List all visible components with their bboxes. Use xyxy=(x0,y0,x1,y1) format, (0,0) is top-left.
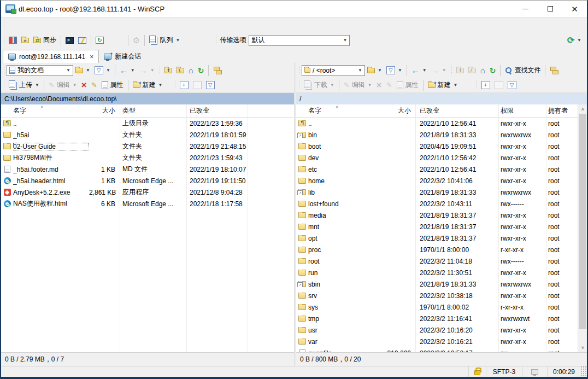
select-files-button[interactable]: ▽ xyxy=(204,79,217,91)
queue-button[interactable]: 队列▼ xyxy=(147,34,182,46)
toolbar-gripper[interactable] xyxy=(298,66,301,75)
file-row[interactable]: AnyDesk+5.2.2.exe 2,861 KB 应用程序 2021/12/… xyxy=(1,186,294,198)
file-row[interactable]: boot 2020/4/15 19:09:51 rwxr-xr-x root xyxy=(296,141,578,152)
remote-path-bar[interactable]: / xyxy=(296,92,587,104)
new-session-tab[interactable]: 新建会话 xyxy=(99,50,146,63)
file-row[interactable]: usr 2022/3/2 10:16:20 rwxr-xr-x root xyxy=(296,324,578,336)
select-button[interactable]: + xyxy=(479,79,492,91)
file-row[interactable]: tmp 2022/3/2 11:16:41 rwxrwxrwt root xyxy=(296,313,578,324)
find-files-button[interactable]: 查找文件 xyxy=(503,64,543,77)
file-row[interactable]: 02-User Guide 文件夹 2022/1/19 21:48:15 xyxy=(1,141,294,152)
toolbar-gripper[interactable] xyxy=(158,66,161,75)
local-drive-select[interactable]: 我的文档▼ xyxy=(7,65,73,76)
file-row[interactable]: .. 2022/1/10 12:56:41 rwxr-xr-x root xyxy=(296,118,578,129)
maximize-button[interactable] xyxy=(538,1,562,17)
column-header-permissions[interactable]: 权限 xyxy=(498,106,546,115)
download-button[interactable]: 下载▼ xyxy=(302,79,337,91)
menu-item[interactable] xyxy=(7,18,16,32)
toolbar-gripper[interactable] xyxy=(3,66,5,75)
menu-item[interactable] xyxy=(56,18,66,32)
column-header-owner[interactable]: 拥有者 xyxy=(546,106,578,115)
column-header-size[interactable]: 大小 xyxy=(385,106,415,115)
file-row[interactable]: etc 2022/1/10 12:56:41 rwxr-xr-x root xyxy=(296,164,578,175)
close-button[interactable]: ✕ xyxy=(562,1,587,17)
file-row[interactable]: sys 1970/1/1 8:00:02 r-xr-xr-x root xyxy=(296,301,578,313)
properties-button[interactable]: 属性 xyxy=(99,79,126,91)
file-row[interactable]: lib 2021/8/19 18:31:33 rwxrwxrwx root xyxy=(296,186,578,198)
remote-drive-select[interactable]: / <root>▼ xyxy=(302,65,365,76)
parent-directory-button[interactable]: ↑ xyxy=(162,66,174,75)
menu-item[interactable] xyxy=(36,18,46,32)
delete-button[interactable]: × xyxy=(79,80,89,90)
file-row[interactable]: var 2022/3/2 10:16:21 rwxr-xr-x root xyxy=(296,336,578,347)
new-button[interactable]: ✦新建▼ xyxy=(426,79,460,91)
synchronize-button[interactable]: ⇄同步 xyxy=(31,34,58,46)
menu-item[interactable] xyxy=(66,18,75,32)
session-tab-active[interactable]: root@192.168.111.141 × xyxy=(3,50,99,63)
open-directory-button[interactable]: ▼ xyxy=(73,66,92,75)
select-files-button[interactable]: ▽ xyxy=(505,79,519,91)
toolbar-gripper[interactable] xyxy=(215,36,217,45)
unselect-button[interactable]: − xyxy=(191,79,204,91)
scroll-up-icon[interactable]: ˄ xyxy=(578,104,587,114)
column-header-type[interactable]: 类型 xyxy=(120,106,186,115)
file-row[interactable]: NAS使用教程.html 6 KB Microsoft Edge ... 202… xyxy=(1,198,294,209)
forward-button[interactable]: →▼ xyxy=(429,65,449,76)
file-row[interactable]: _h5ai.footer.md 1 KB MD 文件 2022/1/19 18:… xyxy=(1,164,294,175)
synchronize-color-button[interactable]: ⟳▼ xyxy=(565,34,584,46)
file-row[interactable]: .. 上级目录 2022/1/23 1:59:36 xyxy=(1,118,294,129)
toolbar-gripper[interactable] xyxy=(450,66,453,75)
column-header-size[interactable]: 大小 xyxy=(89,106,120,115)
open-directory-button[interactable]: ▼ xyxy=(365,66,384,75)
file-row[interactable]: srv 2022/3/2 10:38:18 rwxr-xr-x root xyxy=(296,290,578,301)
file-row[interactable]: root 2022/3/2 11:04:18 rwx------ root xyxy=(296,255,578,267)
file-row[interactable]: Hi3798M固件 文件夹 2022/1/23 1:59:43 xyxy=(1,152,294,164)
toolbar-gripper[interactable] xyxy=(3,80,5,90)
toggle-layout-button[interactable] xyxy=(7,35,19,45)
back-button[interactable]: ←▼ xyxy=(409,65,429,76)
file-row[interactable]: dev 2022/1/10 12:56:42 rwxr-xr-x root xyxy=(296,152,578,164)
menu-item[interactable] xyxy=(46,18,56,32)
vertical-scrollbar[interactable]: ˄ ˅ xyxy=(578,104,587,352)
remote-file-list[interactable]: .. 2022/1/10 12:56:41 rwxr-xr-x root bin… xyxy=(296,118,578,352)
refresh-button[interactable]: ↻ xyxy=(196,65,207,76)
toolbar-gripper[interactable] xyxy=(3,36,5,45)
select-button[interactable]: + xyxy=(178,79,191,91)
filter-button[interactable]: ▽▼ xyxy=(384,65,404,76)
unselect-button[interactable]: − xyxy=(492,79,505,91)
file-row[interactable]: _h5ai 文件夹 2022/1/19 18:01:59 xyxy=(1,129,294,141)
scrollbar-thumb[interactable] xyxy=(579,114,586,329)
file-row[interactable]: mnt 2021/8/19 18:31:37 rwxr-xr-x root xyxy=(296,221,578,232)
open-putty-button[interactable] xyxy=(76,36,89,45)
resize-grip[interactable] xyxy=(580,366,587,377)
root-directory-button[interactable]: \ xyxy=(174,66,186,75)
title-bar[interactable]: dl.ecoo.top - root@192.168.111.141 - Win… xyxy=(1,1,587,17)
local-path-bar[interactable]: C:\Users\ecoo\Documents\dl.ecoo.top\ xyxy=(1,92,294,104)
menu-item[interactable] xyxy=(26,18,36,32)
synchronize-browsing-button[interactable]: » xyxy=(19,36,31,45)
open-terminal-button[interactable]: > xyxy=(63,36,76,45)
edit-button[interactable]: ✎编辑▼ xyxy=(342,79,374,91)
root-directory-button[interactable]: / xyxy=(466,66,478,75)
menu-item[interactable] xyxy=(16,18,26,32)
file-row[interactable]: home 2022/3/2 10:41:06 rwxr-xr-x root xyxy=(296,175,578,186)
close-tab-icon[interactable]: × xyxy=(90,53,93,61)
file-row[interactable]: sbin 2021/8/19 18:31:33 rwxrwxrwx root xyxy=(296,278,578,290)
toolbar-gripper[interactable] xyxy=(174,80,177,90)
properties-button[interactable]: 属性 xyxy=(395,79,421,91)
local-file-list[interactable]: .. 上级目录 2022/1/23 1:59:36 _h5ai 文件夹 2022… xyxy=(1,118,294,352)
rename-button[interactable]: ✎ xyxy=(384,80,395,90)
new-button[interactable]: ✦新建▼ xyxy=(131,79,165,91)
parent-directory-button[interactable]: ↑ xyxy=(454,66,466,75)
back-button[interactable]: ←▼ xyxy=(117,65,137,76)
toolbar-gripper[interactable] xyxy=(475,80,478,90)
file-row[interactable]: media 2021/8/19 18:31:37 rwxr-xr-x root xyxy=(296,209,578,221)
toolbar-gripper[interactable] xyxy=(298,80,301,90)
rename-button[interactable]: ✎ xyxy=(89,80,99,90)
column-header-name[interactable]: 名字 xyxy=(13,106,89,115)
toolbar-gripper[interactable] xyxy=(3,20,5,30)
file-row[interactable]: lost+found 2022/3/2 10:43:11 rwx------ r… xyxy=(296,198,578,209)
minimize-button[interactable] xyxy=(513,1,538,17)
tree-view-button[interactable] xyxy=(211,65,224,76)
column-header-changed[interactable]: 已改变 xyxy=(415,106,498,115)
